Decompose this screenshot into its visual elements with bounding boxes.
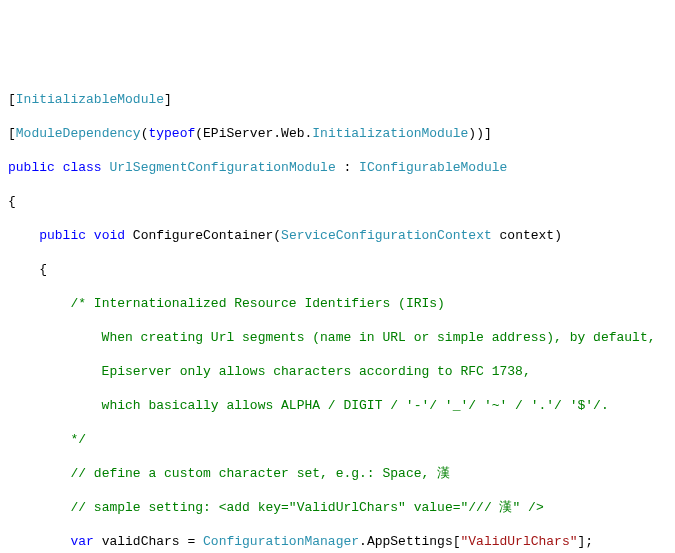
code-line: { xyxy=(8,261,667,278)
type: InitializationModule xyxy=(312,126,468,141)
punct: ]; xyxy=(578,534,594,549)
brace: { xyxy=(8,194,16,209)
class-name: UrlSegmentConfigurationModule xyxy=(109,160,335,175)
code-line: Episerver only allows characters accordi… xyxy=(8,363,667,380)
code-block: [InitializableModule] [ModuleDependency(… xyxy=(8,74,667,553)
type: ServiceConfigurationContext xyxy=(281,228,492,243)
text xyxy=(55,160,63,175)
keyword: public xyxy=(39,228,86,243)
text: .AppSettings[ xyxy=(359,534,460,549)
keyword: class xyxy=(63,160,102,175)
type: ConfigurationManager xyxy=(203,534,359,549)
code-line: var validChars = ConfigurationManager.Ap… xyxy=(8,533,667,550)
code-line: // sample setting: <add key="ValidUrlCha… xyxy=(8,499,667,516)
code-line: [ModuleDependency(typeof(EPiServer.Web.I… xyxy=(8,125,667,142)
brace: { xyxy=(8,262,47,277)
indent xyxy=(8,534,70,549)
string: "ValidUrlChars" xyxy=(461,534,578,549)
method-name: ConfigureContainer( xyxy=(125,228,281,243)
comment: When creating Url segments (name in URL … xyxy=(8,330,656,345)
punct: ))] xyxy=(468,126,491,141)
code-line: /* Internationalized Resource Identifier… xyxy=(8,295,667,312)
text: context) xyxy=(492,228,562,243)
code-line: // define a custom character set, e.g.: … xyxy=(8,465,667,482)
indent xyxy=(8,296,70,311)
code-line: [InitializableModule] xyxy=(8,91,667,108)
punct: [ xyxy=(8,92,16,107)
code-line: public void ConfigureContainer(ServiceCo… xyxy=(8,227,667,244)
comment: // define a custom character set, e.g.: … xyxy=(70,466,450,481)
punct: [ xyxy=(8,126,16,141)
indent xyxy=(8,466,70,481)
code-line: { xyxy=(8,193,667,210)
comment: Episerver only allows characters accordi… xyxy=(8,364,531,379)
punct: : xyxy=(336,160,359,175)
code-line: public class UrlSegmentConfigurationModu… xyxy=(8,159,667,176)
interface-name: IConfigurableModule xyxy=(359,160,507,175)
attribute-type: InitializableModule xyxy=(16,92,164,107)
text: (EPiServer.Web. xyxy=(195,126,312,141)
comment: /* Internationalized Resource Identifier… xyxy=(70,296,444,311)
code-line: */ xyxy=(8,431,667,448)
text xyxy=(86,228,94,243)
code-line: When creating Url segments (name in URL … xyxy=(8,329,667,346)
indent xyxy=(8,500,70,515)
keyword: typeof xyxy=(148,126,195,141)
punct: ] xyxy=(164,92,172,107)
keyword: var xyxy=(70,534,93,549)
code-line: which basically allows ALPHA / DIGIT / '… xyxy=(8,397,667,414)
comment: */ xyxy=(8,432,86,447)
keyword: void xyxy=(94,228,125,243)
keyword: public xyxy=(8,160,55,175)
comment: // sample setting: <add key="ValidUrlCha… xyxy=(70,500,543,515)
comment: which basically allows ALPHA / DIGIT / '… xyxy=(8,398,609,413)
attribute-type: ModuleDependency xyxy=(16,126,141,141)
indent xyxy=(8,228,39,243)
text: validChars = xyxy=(94,534,203,549)
